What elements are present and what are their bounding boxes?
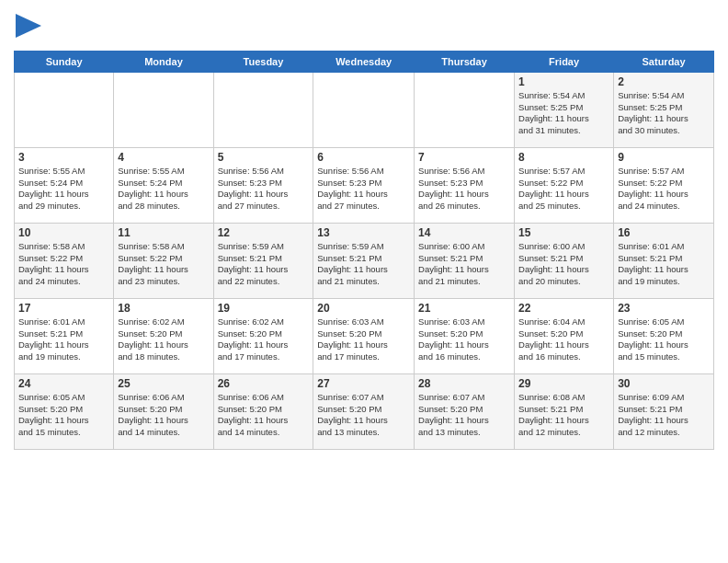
calendar-cell: 30Sunrise: 6:09 AM Sunset: 5:21 PM Dayli…: [614, 373, 714, 449]
day-number: 22: [518, 302, 609, 315]
day-number: 10: [18, 226, 109, 239]
day-number: 13: [317, 226, 410, 239]
day-info: Sunrise: 6:01 AM Sunset: 5:21 PM Dayligh…: [18, 316, 109, 363]
calendar-cell: 19Sunrise: 6:02 AM Sunset: 5:20 PM Dayli…: [213, 298, 313, 373]
day-info: Sunrise: 5:54 AM Sunset: 5:25 PM Dayligh…: [618, 90, 710, 137]
svg-marker-0: [16, 14, 41, 38]
day-number: 20: [317, 302, 410, 315]
day-number: 6: [317, 151, 410, 164]
calendar-table: SundayMondayTuesdayWednesdayThursdayFrid…: [14, 51, 714, 450]
calendar-cell: 8Sunrise: 5:57 AM Sunset: 5:22 PM Daylig…: [515, 147, 614, 223]
day-info: Sunrise: 5:55 AM Sunset: 5:24 PM Dayligh…: [18, 166, 109, 213]
calendar-cell: [415, 72, 515, 147]
day-info: Sunrise: 5:57 AM Sunset: 5:22 PM Dayligh…: [518, 166, 609, 213]
day-number: 18: [118, 302, 209, 315]
day-info: Sunrise: 5:54 AM Sunset: 5:25 PM Dayligh…: [518, 90, 609, 137]
day-info: Sunrise: 6:06 AM Sunset: 5:20 PM Dayligh…: [118, 392, 209, 439]
day-number: 25: [118, 377, 209, 390]
day-number: 5: [218, 151, 310, 164]
day-info: Sunrise: 6:09 AM Sunset: 5:21 PM Dayligh…: [618, 392, 710, 439]
calendar-week-row: 17Sunrise: 6:01 AM Sunset: 5:21 PM Dayli…: [15, 298, 714, 373]
day-info: Sunrise: 5:55 AM Sunset: 5:24 PM Dayligh…: [118, 166, 209, 213]
day-info: Sunrise: 6:08 AM Sunset: 5:21 PM Dayligh…: [518, 392, 609, 439]
logo-icon: [16, 13, 41, 39]
weekday-header: Thursday: [415, 51, 515, 72]
day-number: 29: [518, 377, 609, 390]
calendar-cell: 25Sunrise: 6:06 AM Sunset: 5:20 PM Dayli…: [114, 373, 213, 449]
calendar-cell: 3Sunrise: 5:55 AM Sunset: 5:24 PM Daylig…: [15, 147, 114, 223]
day-number: 3: [18, 151, 109, 164]
day-info: Sunrise: 5:59 AM Sunset: 5:21 PM Dayligh…: [317, 241, 410, 288]
calendar-cell: 17Sunrise: 6:01 AM Sunset: 5:21 PM Dayli…: [15, 298, 114, 373]
day-info: Sunrise: 6:06 AM Sunset: 5:20 PM Dayligh…: [218, 392, 310, 439]
calendar-header-row: SundayMondayTuesdayWednesdayThursdayFrid…: [15, 51, 714, 72]
calendar-cell: 12Sunrise: 5:59 AM Sunset: 5:21 PM Dayli…: [213, 223, 313, 298]
day-number: 16: [618, 226, 710, 239]
day-info: Sunrise: 6:02 AM Sunset: 5:20 PM Dayligh…: [118, 316, 209, 363]
day-number: 28: [418, 377, 510, 390]
calendar-week-row: 10Sunrise: 5:58 AM Sunset: 5:22 PM Dayli…: [15, 223, 714, 298]
weekday-header: Saturday: [614, 51, 714, 72]
day-number: 4: [118, 151, 209, 164]
day-number: 2: [618, 75, 710, 88]
calendar-cell: [313, 72, 415, 147]
calendar-cell: [15, 72, 114, 147]
day-number: 11: [118, 226, 209, 239]
calendar-cell: 29Sunrise: 6:08 AM Sunset: 5:21 PM Dayli…: [515, 373, 614, 449]
day-info: Sunrise: 5:58 AM Sunset: 5:22 PM Dayligh…: [118, 241, 209, 288]
day-info: Sunrise: 6:03 AM Sunset: 5:20 PM Dayligh…: [317, 316, 410, 363]
weekday-header: Friday: [515, 51, 614, 72]
calendar-cell: 7Sunrise: 5:56 AM Sunset: 5:23 PM Daylig…: [415, 147, 515, 223]
calendar-cell: 18Sunrise: 6:02 AM Sunset: 5:20 PM Dayli…: [114, 298, 213, 373]
day-number: 30: [618, 377, 710, 390]
calendar-cell: 28Sunrise: 6:07 AM Sunset: 5:20 PM Dayli…: [415, 373, 515, 449]
day-info: Sunrise: 5:58 AM Sunset: 5:22 PM Dayligh…: [18, 241, 109, 288]
calendar-cell: 21Sunrise: 6:03 AM Sunset: 5:20 PM Dayli…: [415, 298, 515, 373]
day-number: 19: [218, 302, 310, 315]
weekday-header: Monday: [114, 51, 213, 72]
day-number: 7: [418, 151, 510, 164]
day-info: Sunrise: 6:03 AM Sunset: 5:20 PM Dayligh…: [418, 316, 510, 363]
calendar-cell: 2Sunrise: 5:54 AM Sunset: 5:25 PM Daylig…: [614, 72, 714, 147]
calendar-cell: 14Sunrise: 6:00 AM Sunset: 5:21 PM Dayli…: [415, 223, 515, 298]
day-number: 26: [218, 377, 310, 390]
day-number: 15: [518, 226, 609, 239]
day-info: Sunrise: 6:00 AM Sunset: 5:21 PM Dayligh…: [418, 241, 510, 288]
day-info: Sunrise: 5:56 AM Sunset: 5:23 PM Dayligh…: [317, 166, 410, 213]
calendar-cell: 9Sunrise: 5:57 AM Sunset: 5:22 PM Daylig…: [614, 147, 714, 223]
header: [14, 9, 714, 43]
calendar-cell: 27Sunrise: 6:07 AM Sunset: 5:20 PM Dayli…: [313, 373, 415, 449]
calendar-week-row: 24Sunrise: 6:05 AM Sunset: 5:20 PM Dayli…: [15, 373, 714, 449]
day-info: Sunrise: 6:02 AM Sunset: 5:20 PM Dayligh…: [218, 316, 310, 363]
calendar-week-row: 3Sunrise: 5:55 AM Sunset: 5:24 PM Daylig…: [15, 147, 714, 223]
calendar-cell: [114, 72, 213, 147]
calendar-week-row: 1Sunrise: 5:54 AM Sunset: 5:25 PM Daylig…: [15, 72, 714, 147]
page: SundayMondayTuesdayWednesdayThursdayFrid…: [0, 0, 728, 563]
day-info: Sunrise: 6:00 AM Sunset: 5:21 PM Dayligh…: [518, 241, 609, 288]
day-info: Sunrise: 6:04 AM Sunset: 5:20 PM Dayligh…: [518, 316, 609, 363]
calendar-cell: 5Sunrise: 5:56 AM Sunset: 5:23 PM Daylig…: [213, 147, 313, 223]
calendar-cell: 20Sunrise: 6:03 AM Sunset: 5:20 PM Dayli…: [313, 298, 415, 373]
day-info: Sunrise: 6:05 AM Sunset: 5:20 PM Dayligh…: [18, 392, 109, 439]
day-info: Sunrise: 5:56 AM Sunset: 5:23 PM Dayligh…: [418, 166, 510, 213]
calendar-cell: 1Sunrise: 5:54 AM Sunset: 5:25 PM Daylig…: [515, 72, 614, 147]
calendar-cell: 4Sunrise: 5:55 AM Sunset: 5:24 PM Daylig…: [114, 147, 213, 223]
day-info: Sunrise: 6:01 AM Sunset: 5:21 PM Dayligh…: [618, 241, 710, 288]
day-info: Sunrise: 5:57 AM Sunset: 5:22 PM Dayligh…: [618, 166, 710, 213]
calendar-cell: 24Sunrise: 6:05 AM Sunset: 5:20 PM Dayli…: [15, 373, 114, 449]
day-number: 8: [518, 151, 609, 164]
calendar-cell: 10Sunrise: 5:58 AM Sunset: 5:22 PM Dayli…: [15, 223, 114, 298]
day-info: Sunrise: 5:59 AM Sunset: 5:21 PM Dayligh…: [218, 241, 310, 288]
day-number: 23: [618, 302, 710, 315]
calendar-cell: 23Sunrise: 6:05 AM Sunset: 5:20 PM Dayli…: [614, 298, 714, 373]
calendar-cell: 26Sunrise: 6:06 AM Sunset: 5:20 PM Dayli…: [213, 373, 313, 449]
calendar-cell: [213, 72, 313, 147]
day-info: Sunrise: 6:07 AM Sunset: 5:20 PM Dayligh…: [317, 392, 410, 439]
calendar-cell: 15Sunrise: 6:00 AM Sunset: 5:21 PM Dayli…: [515, 223, 614, 298]
weekday-header: Sunday: [15, 51, 114, 72]
day-number: 17: [18, 302, 109, 315]
logo: [14, 13, 41, 43]
day-info: Sunrise: 6:05 AM Sunset: 5:20 PM Dayligh…: [618, 316, 710, 363]
weekday-header: Tuesday: [213, 51, 313, 72]
day-info: Sunrise: 5:56 AM Sunset: 5:23 PM Dayligh…: [218, 166, 310, 213]
